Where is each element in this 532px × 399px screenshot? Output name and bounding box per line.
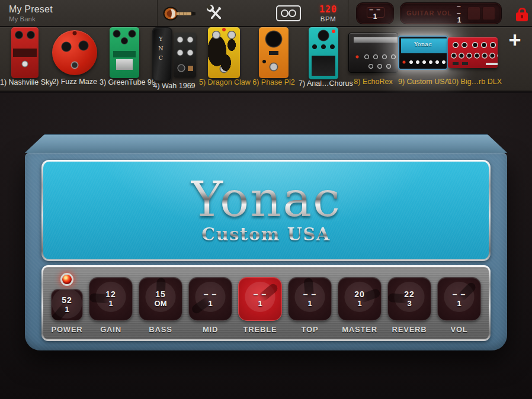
power-led-icon [60,273,73,286]
pedal-thumb-area: Yonac [398,27,448,78]
knob-face[interactable]: 52 1 [51,289,83,321]
knob-label: POWER [51,325,82,334]
fuzz-maze-pedal-icon[interactable] [52,30,97,75]
knob-face[interactable]: 15 OM [139,277,182,321]
knob-treble[interactable]: – – 1 TREBLE [238,277,282,334]
bank-name: My Bank [9,15,157,22]
knob-reverb[interactable]: 22 3 REVERB [387,277,431,334]
bpm-label: BPM [315,15,342,22]
pedal-thumb-area [299,27,348,79]
add-pedal-button[interactable]: + [508,30,521,91]
amp-brand-logo: Yonac [191,176,341,223]
pedal-label: 1) Nashville Sky [0,78,50,91]
knob-midi-cc-value: – – [453,289,466,299]
pedal-label: 9) Custom USA [398,78,448,91]
slider-cell [467,7,480,20]
knob-face[interactable]: – – 1 [188,277,232,321]
pedal-slot-phase-pi2-pedal[interactable]: 6) Phase Pi2 [249,27,299,91]
pedal-slot-fuzz-maze-pedal[interactable]: 2) Fuzz Maze [50,27,100,91]
bpm-value: 120 [315,4,342,15]
knob-label: TOP [302,325,319,334]
amp-control-frame: 52 1 POWER 12 1 GAIN 15 OM BASS [41,265,491,341]
knob-label: TREBLE [243,325,277,334]
dragon-claw-pedal-icon[interactable] [208,27,240,78]
pedal-slot-echorex-pedal[interactable]: 8) EchoRex [348,27,398,91]
pedal-slot-dragon-claw-pedal[interactable]: 5) Dragon Claw [199,27,249,91]
tape-recorder-icon[interactable] [276,5,301,21]
pedal-chain-bar: 1) Nashville Sky 2) Fuzz Maze 3) GreenTu… [0,27,532,92]
pedal-label: 3) GreenTube 99 [100,78,149,91]
phase-pi2-pedal-icon[interactable] [259,27,289,78]
knob-label: VOL [450,325,467,334]
bpm-control[interactable]: 120 BPM [315,4,342,22]
preset-selector[interactable]: My Preset My Bank [0,0,157,26]
knob-face[interactable]: 12 1 [89,277,133,321]
knob-power[interactable]: 52 1 POWER [51,273,83,334]
top-toolbar: My Preset My Bank [0,0,532,27]
knob-midi-channel-value: 1 [108,300,113,308]
knob-midi-cc-value: – – [204,289,217,299]
pedal-label: 5) Dragon Claw [199,78,249,91]
guitar-volume-value: – – [457,2,462,17]
add-slot: + [498,27,532,91]
amp-model-name: Custom USA [201,224,331,244]
knob-midi-cc-value: 22 [404,289,415,299]
pedal-slot-custom-usa-amp[interactable]: Yonac 9) Custom USA [398,27,448,91]
knob-master[interactable]: 20 1 MASTER [338,277,382,334]
knob-bass[interactable]: 15 OM BASS [139,277,182,334]
pedal-slot-analog-chorus-pedal[interactable]: 7) Anal…Chorus [299,27,348,91]
knob-face[interactable]: 22 3 [387,277,431,321]
pedal-slot-big-reverb-dlx-amp[interactable]: 10) Big…rb DLX [448,27,498,91]
greentube-99-pedal-icon[interactable] [110,27,139,78]
guitar-icon[interactable] [163,4,197,22]
pedal-label: 2) Fuzz Maze [50,78,100,91]
analog-chorus-pedal-icon[interactable] [309,27,338,79]
knob-midi-cc-value: 12 [105,289,116,299]
preset-name: My Preset [9,4,157,15]
tonestack-app: My Preset My Bank [0,0,532,399]
knob-gain[interactable]: 12 1 GAIN [89,277,133,334]
pedal-label: 6) Phase Pi2 [249,78,299,91]
knob-face[interactable]: – – 1 [437,277,481,321]
guitar-volume-label: GUITAR VOL [406,9,452,17]
knob-vol[interactable]: – – 1 VOL [437,277,481,334]
pedal-thumb-area [100,27,149,78]
knob-label: REVERB [392,325,427,334]
knob-label: MASTER [342,325,377,334]
big-reverb-dlx-amp-icon[interactable] [448,37,498,68]
knob-face[interactable]: – – 1 [238,277,282,321]
knob-label: BASS [149,325,172,334]
pedal-slot-wah-1969-pedal[interactable]: YNC 4) Wah 1969 [149,27,199,91]
pedal-thumb-area [199,27,249,78]
pedal-thumb-area [50,27,100,78]
guitar-volume-control[interactable]: GUITAR VOL – – 1 [400,2,502,24]
pedal-label: 8) EchoRex [348,78,398,91]
slider-cell [482,7,495,20]
knob-midi-cc-value: 20 [354,289,365,299]
wah-1969-pedal-icon[interactable]: YNC [152,27,196,82]
echorex-pedal-icon[interactable] [348,33,398,73]
knob-midi-cc-value: – – [254,289,267,299]
nashville-sky-pedal-icon[interactable] [11,27,39,78]
pedal-slot-nashville-sky-pedal[interactable]: 1) Nashville Sky [0,27,50,91]
pedal-thumb-area [348,27,398,78]
toolbar-divider [348,0,349,26]
knob-face[interactable]: 20 1 [338,277,382,321]
settings-tools-icon[interactable] [205,3,225,23]
amp-control-panel: 52 1 POWER 12 1 GAIN 15 OM BASS [43,267,489,339]
drop-tune-control[interactable]: – – 1 [356,2,394,24]
lock-icon[interactable] [516,12,528,21]
pedal-thumb-text: Yonac [399,41,447,47]
knob-label: MID [203,325,218,334]
pedal-slot-greentube-99-pedal[interactable]: 3) GreenTube 99 [100,27,149,91]
knob-mid[interactable]: – – 1 MID [188,277,232,334]
knob-midi-channel-value: 1 [357,300,361,308]
knob-midi-channel-value: 3 [407,300,411,308]
guitar-volume-slider[interactable] [467,7,495,20]
knob-top[interactable]: – – 1 TOP [288,277,332,334]
knob-face[interactable]: – – 1 [288,277,332,321]
custom-usa-amp-icon[interactable]: Yonac [398,36,448,70]
pedal-thumb-text: YNC [158,36,164,64]
pedal-thumb-area [249,27,299,78]
amp-front-frame: Yonac Custom USA [41,160,491,261]
